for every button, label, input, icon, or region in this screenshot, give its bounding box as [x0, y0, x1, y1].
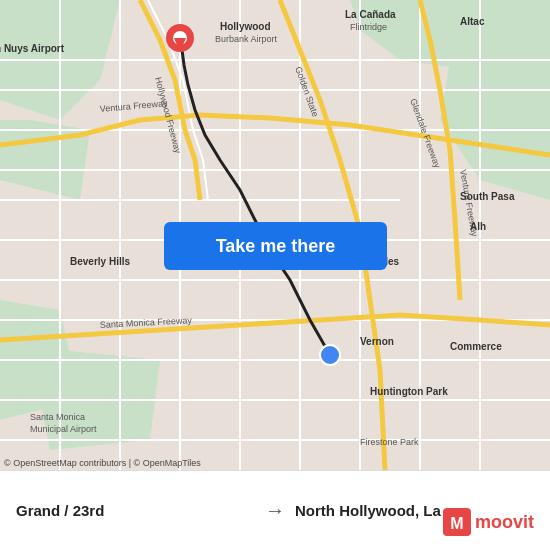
svg-text:Beverly Hills: Beverly Hills — [70, 256, 130, 267]
take-me-there-button[interactable]: Take me there — [164, 222, 387, 270]
svg-text:Alh: Alh — [470, 221, 486, 232]
svg-text:Firestone Park: Firestone Park — [360, 437, 419, 447]
svg-text:La Cañada: La Cañada — [345, 9, 396, 20]
route-arrow-icon: → — [265, 499, 285, 522]
map-container: Ventura Freeway Golden State Glendale Fr… — [0, 0, 550, 470]
svg-text:Vernon: Vernon — [360, 336, 394, 347]
svg-text:M: M — [450, 515, 463, 532]
svg-point-51 — [320, 345, 340, 365]
map-attribution: © OpenStreetMap contributors | © OpenMap… — [4, 458, 201, 468]
svg-text:Commerce: Commerce — [450, 341, 502, 352]
svg-text:Municipal Airport: Municipal Airport — [30, 424, 97, 434]
moovit-text: moovit — [475, 512, 534, 533]
svg-text:South Pasa: South Pasa — [460, 191, 515, 202]
app: Ventura Freeway Golden State Glendale Fr… — [0, 0, 550, 550]
bottom-bar: Grand / 23rd → North Hollywood, La M moo… — [0, 470, 550, 550]
route-from: Grand / 23rd — [16, 502, 255, 519]
svg-text:Huntington Park: Huntington Park — [370, 386, 448, 397]
moovit-logo: M moovit — [443, 508, 534, 536]
moovit-icon: M — [443, 508, 471, 536]
svg-text:Altac: Altac — [460, 16, 485, 27]
svg-text:Burbank Airport: Burbank Airport — [215, 34, 278, 44]
svg-text:Santa Monica: Santa Monica — [30, 412, 85, 422]
svg-text:Flintridge: Flintridge — [350, 22, 387, 32]
svg-text:Hollywood: Hollywood — [220, 21, 271, 32]
svg-text:n Nuys Airport: n Nuys Airport — [0, 43, 65, 54]
